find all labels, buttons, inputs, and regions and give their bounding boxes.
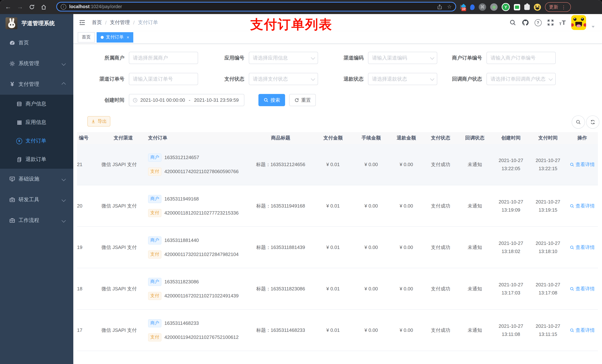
browser-forward-icon[interactable]: → (15, 2, 25, 12)
extension-command-icon[interactable]: ⌘ (479, 3, 486, 11)
profile-avatar-icon[interactable] (534, 3, 541, 10)
site-info-icon[interactable]: i (61, 4, 66, 10)
sidebar-item-system[interactable]: 系统管理 (0, 53, 73, 74)
help-icon[interactable]: ? (534, 19, 541, 26)
extension-balloon-icon[interactable] (470, 4, 475, 10)
sidebar-item-app-info[interactable]: 应用信息 (0, 113, 73, 132)
tab-pay-order[interactable]: 支付订单 × (97, 32, 133, 42)
extension-record-icon[interactable] (490, 3, 498, 11)
notify-status-select[interactable]: 请选择订单回调商户状态 (486, 73, 556, 85)
filter-label: 退款状态 (323, 76, 364, 82)
col-pay-order: 支付订单 (141, 132, 252, 144)
font-size-icon[interactable]: T T (559, 20, 566, 26)
placeholder: 请选择支付状态 (253, 76, 309, 82)
sidebar-item-home[interactable]: 首页 (0, 32, 73, 53)
fullscreen-icon[interactable] (547, 19, 554, 26)
sidebar-item-label: 研发工具 (19, 197, 39, 203)
table-row[interactable]: 18 微信 JSAPI 支付 商户1635311823086 支付4200001… (77, 268, 598, 310)
merchant-input[interactable]: 请选择所属商户 (129, 52, 198, 64)
toggle-search-button[interactable] (572, 115, 585, 129)
sidebar-item-merchant-info[interactable]: 商户信息 (0, 95, 73, 113)
pay-status-select[interactable]: 请选择支付状态 (249, 73, 318, 85)
github-icon[interactable] (521, 19, 529, 26)
extension-chat-icon[interactable] (514, 4, 520, 10)
sidebar-item-pay[interactable]: ¥ 支付管理 (0, 74, 73, 95)
pay-tag: 支付 (148, 167, 161, 176)
cell-refund: ¥ 0.00 (389, 268, 424, 309)
tab-home[interactable]: 首页 (78, 32, 95, 42)
view-detail-link[interactable]: 查看详情 (570, 327, 595, 333)
sidebar-item-infrastructure[interactable]: 基础设施 (0, 169, 73, 189)
merchant-order-no-input[interactable]: 请输入商户订单编号 (486, 52, 556, 64)
table-row-partial[interactable]: 商户1635311457136 (77, 351, 598, 364)
table-row[interactable]: 19 微信 JSAPI 支付 商户1635311881440 支付4200001… (77, 227, 598, 268)
channel-order-no-input[interactable]: 请输入渠道订单号 (129, 73, 198, 85)
reset-button[interactable]: 重置 (289, 94, 316, 106)
view-detail-link[interactable]: 查看详情 (570, 244, 595, 251)
extension-diamond-icon[interactable]: 10 (460, 4, 466, 10)
cell-fee: ¥ 0.00 (354, 268, 389, 309)
extension-badge: 10 (461, 7, 466, 11)
browser-home-icon[interactable] (39, 2, 49, 12)
cell-fee: ¥ 0.00 (354, 144, 389, 185)
browser-update-button[interactable]: 更新 ⋮ (545, 2, 571, 12)
sidebar-item-refund-order[interactable]: 退款订单 (0, 150, 73, 169)
cell-refund: ¥ 0.00 (389, 310, 424, 351)
col-amount: 支付金额 (318, 132, 354, 144)
channel-code-select[interactable]: 请输入渠道编码 (368, 52, 437, 64)
view-detail-link[interactable]: 查看详情 (570, 161, 595, 168)
user-avatar[interactable] (571, 15, 586, 30)
cell-id (77, 351, 89, 364)
browser-reload-icon[interactable] (27, 2, 37, 12)
table-row[interactable]: 17 微信 JSAPI 支付 商户1635311468233 支付4200001… (77, 310, 598, 351)
sidebar-item-pay-order[interactable]: ¥ 支付订单 (0, 132, 73, 150)
table-row[interactable]: 20 微信 JSAPI 支付 商户1635311949168 支付4200001… (77, 185, 598, 227)
table-row[interactable]: 21 微信 JSAPI 支付 商户1635312124657 支付4200001… (77, 144, 598, 185)
bookmark-star-icon[interactable]: ☆ (447, 4, 452, 10)
share-icon[interactable] (437, 4, 443, 10)
url-path: :1024/pay/order (90, 4, 122, 9)
breadcrumb-home[interactable]: 首页 (92, 19, 102, 26)
search-button-label: 搜索 (270, 97, 280, 104)
extension-y-icon[interactable]: Y (502, 3, 510, 11)
view-detail-label: 查看详情 (576, 327, 595, 333)
refresh-button[interactable] (586, 115, 599, 129)
filter-refund-status: 退款状态 请选择退款状态 (323, 73, 437, 85)
app-id-select[interactable]: 请选择应用信息 (249, 52, 318, 64)
chevron-down-icon (62, 177, 66, 181)
sidebar-item-label: 退款订单 (26, 156, 46, 163)
avatar-dropdown-caret-icon[interactable] (592, 26, 595, 28)
briefcase-icon (9, 218, 15, 223)
view-detail-label: 查看详情 (576, 161, 595, 168)
view-detail-link[interactable]: 查看详情 (570, 203, 595, 209)
date-range-input[interactable]: 2021-10-01 00:00:00 - 2021-10-31 23:59:5… (129, 94, 244, 106)
sidebar-item-devtools[interactable]: 研发工具 (0, 189, 73, 210)
refund-status-select[interactable]: 请选择退款状态 (368, 73, 437, 85)
sidebar-item-workflow[interactable]: 工作流程 (0, 210, 73, 231)
yen-icon: ¥ (9, 81, 15, 88)
export-button[interactable]: 导出 (87, 116, 110, 126)
browser-back-icon[interactable]: ← (3, 2, 13, 12)
address-bar[interactable]: i localhost :1024/pay/order ☆ (56, 2, 456, 11)
sidebar-item-label: 工作流程 (19, 217, 39, 224)
sidebar-collapse-icon[interactable] (78, 19, 86, 26)
filter-notify-status: 回调商户状态 请选择订单回调商户状态 (441, 73, 556, 85)
sidebar-logo[interactable]: 芋道管理系统 (0, 14, 73, 30)
search-button[interactable]: 搜索 (258, 94, 285, 106)
browser-menu-icon[interactable]: ⋮ (561, 4, 566, 10)
cell-action: 查看详情 (567, 144, 598, 185)
sidebar-menu: 首页 系统管理 ¥ 支付管理 商户信息 (0, 32, 73, 231)
breadcrumb-pay[interactable]: 支付管理 (110, 19, 130, 26)
briefcase-icon (9, 197, 15, 203)
cell-status: 支付成功 (424, 144, 457, 185)
placeholder: 请输入渠道编码 (372, 54, 428, 61)
cell-created: 2021-10-2713:22:05 (492, 144, 529, 185)
cell-amount: ¥ 0.01 (318, 268, 354, 309)
search-icon[interactable] (509, 19, 516, 26)
view-detail-link[interactable]: 查看详情 (570, 285, 595, 292)
placeholder: 请选择应用信息 (253, 54, 309, 61)
tab-close-icon[interactable]: × (127, 35, 129, 40)
cell-action: 查看详情 (567, 310, 598, 351)
extensions-puzzle-icon[interactable] (524, 4, 530, 10)
sidebar-item-label: 支付订单 (26, 138, 46, 144)
